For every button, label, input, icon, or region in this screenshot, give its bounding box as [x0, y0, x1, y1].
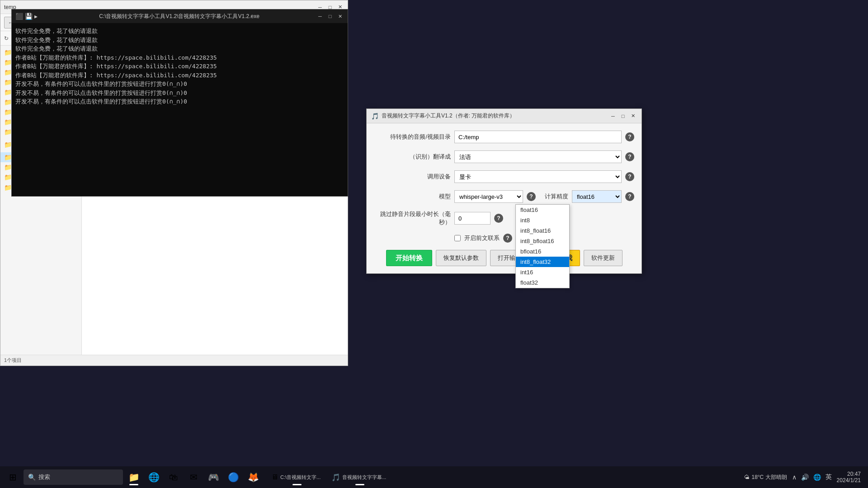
terminal-close-button[interactable]: ✕ [336, 12, 344, 20]
terminal-minimize-button[interactable]: ─ [316, 12, 324, 20]
terminal-line-7: 开发不易，有条件的可以点击软件里的打赏按钮进行打赏0(∩_∩)0 [15, 80, 344, 89]
app-titlebar: 🎵 音视频转文字字幕小工具V1.2（作者: 万能君的软件库） ─ □ ✕ [367, 109, 642, 123]
file-explorer-icon: 📁 [128, 472, 140, 483]
taskbar-running-app1[interactable]: 🖥 C:\音视频转文字... [268, 468, 326, 486]
taskbar-time: 20:47 [847, 471, 861, 477]
model-help-icon[interactable]: ? [527, 192, 536, 201]
terminal-titlebar: ⬛ 💾 ▸ C:\音视频转文字字幕小工具V1.2\音视频转文字字幕小工具V1.2… [12, 9, 348, 23]
silence-input[interactable] [454, 212, 491, 225]
running-apps: 🖥 C:\音视频转文字... 🎵 音视频转文字字幕... [268, 468, 392, 486]
silence-help-icon[interactable]: ? [494, 214, 503, 223]
folder-icon: 📁 [4, 174, 12, 181]
context-checkbox[interactable] [454, 235, 461, 241]
precision-help-icon[interactable]: ? [625, 192, 634, 201]
taskbar-item-file-explorer[interactable]: 📁 [125, 468, 143, 486]
dropdown-option-int8-float16[interactable]: int8_float16 [516, 225, 569, 236]
mail-icon: ✉ [190, 472, 198, 483]
running-app1-label: C:\音视频转文字... [278, 474, 322, 481]
weather-text: 18°C 大部晴朗 [751, 474, 787, 481]
buttons-row: 开始转换 恢复默认参数 打开输出目录 打赏我 软件更新 [374, 250, 634, 266]
dropdown-option-float32[interactable]: float32 [516, 277, 569, 288]
device-label: 调用设备 [374, 173, 451, 181]
taskbar-search[interactable]: 🔍 搜索 [24, 469, 123, 485]
translate-select[interactable]: 法语 中文 英语 [454, 150, 622, 163]
taskbar: ⊞ 🔍 搜索 📁 🌐 🛍 ✉ 🎮 🔵 🦊 [0, 466, 868, 488]
taskbar-item-store[interactable]: 🛍 [165, 468, 183, 486]
taskbar-search-icon: 🔍 [28, 474, 36, 481]
precision-label: 计算精度 [545, 192, 568, 201]
fe-status-text: 1个项目 [4, 357, 22, 364]
fe-status: 1个项目 [0, 355, 348, 366]
folder-icon: 📁 [4, 184, 12, 191]
model-label: 模型 [374, 192, 451, 201]
terminal-icon: ⬛ [15, 13, 23, 20]
taskbar-weather[interactable]: 🌤 18°C 大部晴朗 [744, 474, 787, 481]
tray-expand-icon[interactable]: ∧ [791, 474, 798, 481]
dropdown-option-int8-bfloat16[interactable]: int8_bfloat16 [516, 236, 569, 246]
terminal-title: C:\音视频转文字字幕小工具V1.2\音视频转文字字幕小工具V1.2.exe [42, 13, 316, 20]
app-minimize-button[interactable]: ─ [609, 112, 617, 120]
dropdown-option-int16[interactable]: int16 [516, 267, 569, 277]
dropdown-option-float16[interactable]: float16 [516, 205, 569, 215]
terminal-window: ⬛ 💾 ▸ C:\音视频转文字字幕小工具V1.2\音视频转文字字幕小工具V1.2… [11, 9, 348, 197]
precision-select[interactable]: float16 int8 int8_float16 int8_bfloat16 … [572, 190, 622, 203]
terminal-line-5: 作者B站【万能君的软件库】: https://space.bilibili.co… [15, 62, 344, 71]
dropdown-option-int8-float32[interactable]: int8_float32 [516, 257, 569, 267]
taskbar-item-mail[interactable]: ✉ [184, 468, 203, 486]
taskbar-time-date[interactable]: 20:47 2024/1/21 [837, 471, 861, 483]
app-title-icon: 🎵 [371, 113, 379, 120]
precision-dropdown-overlay: float16 int8 int8_float16 int8_bfloat16 … [515, 204, 570, 288]
taskbar-item-apps3[interactable]: 🦊 [244, 468, 262, 486]
directory-label: 待转换的音频/视频目录 [374, 133, 451, 141]
taskbar-running-app2[interactable]: 🎵 音视频转文字字幕... [328, 468, 392, 486]
apps3-icon: 🦊 [248, 472, 259, 483]
context-help-icon[interactable]: ? [503, 234, 512, 243]
translate-row: （识别）翻译成 法语 中文 英语 ? [374, 150, 634, 163]
start-button[interactable]: 开始转换 [386, 250, 432, 266]
folder-icon: 📁 [4, 79, 12, 86]
directory-input[interactable] [454, 131, 622, 143]
reset-button[interactable]: 恢复默认参数 [436, 250, 486, 266]
app-title: 🎵 音视频转文字字幕小工具V1.2（作者: 万能君的软件库） [371, 112, 515, 120]
folder-icon: 📁 [4, 118, 12, 126]
context-label: 开启前文联系 [464, 234, 500, 242]
fe-refresh-icon[interactable]: ↻ [4, 35, 9, 42]
folder-icon: 📁 [4, 108, 12, 116]
terminal-line-6: 作者B站【万能君的软件库】: https://space.bilibili.co… [15, 71, 344, 80]
terminal-toolbar-icons: ⬛ 💾 ▸ [15, 13, 42, 20]
silence-label: 跳过静音片段最小时长（毫秒） [374, 210, 451, 226]
start-icon: ⊞ [9, 472, 17, 483]
app-maximize-button[interactable]: □ [619, 112, 627, 120]
apps1-icon: 🎮 [208, 472, 219, 483]
device-help-icon[interactable]: ? [625, 172, 634, 181]
active-indicator [129, 484, 138, 485]
device-select[interactable]: 显卡 CPU [454, 170, 622, 183]
terminal-maximize-button[interactable]: □ [326, 12, 334, 20]
folder-icon: 📁 [4, 164, 12, 171]
model-precision-row: 模型 whisper-large-v3 whisper-large-v2 whi… [374, 190, 634, 203]
taskbar-item-apps1[interactable]: 🎮 [204, 468, 222, 486]
tray-ime-icon[interactable]: 英 [824, 473, 833, 481]
precision-dropdown-container: float16 int8 int8_float16 int8_bfloat16 … [572, 190, 622, 203]
directory-help-icon[interactable]: ? [625, 132, 634, 141]
app-close-button[interactable]: ✕ [629, 112, 637, 120]
desktop: temp ─ □ ✕ ← → ↑ 新建文件夹 ↻ 📁 [0, 0, 868, 488]
taskbar-item-edge[interactable]: 🌐 [145, 468, 163, 486]
tray-network-icon[interactable]: 🌐 [812, 474, 822, 481]
terminal-line-9: 开发不易，有条件的可以点击软件里的打赏按钮进行打赏0(∩_∩)0 [15, 97, 344, 106]
taskbar-item-apps2[interactable]: 🔵 [224, 468, 242, 486]
dropdown-option-bfloat16[interactable]: bfloat16 [516, 246, 569, 257]
update-button[interactable]: 软件更新 [584, 250, 623, 266]
translate-help-icon[interactable]: ? [625, 152, 634, 161]
dropdown-option-int8[interactable]: int8 [516, 215, 569, 225]
apps2-icon: 🔵 [228, 472, 239, 483]
tray-volume-icon[interactable]: 🔊 [800, 474, 810, 481]
taskbar-start-button[interactable]: ⊞ [4, 468, 22, 486]
running-app2-label: 音视频转文字字幕... [340, 474, 388, 481]
terminal-icon3: ▸ [34, 13, 38, 20]
context-row: 开启前文联系 ? [374, 234, 634, 243]
silence-row: 跳过静音片段最小时长（毫秒） ? [374, 210, 634, 226]
taskbar-date: 2024/1/21 [837, 477, 861, 483]
folder-icon: 📁 [4, 141, 12, 148]
model-select[interactable]: whisper-large-v3 whisper-large-v2 whispe… [454, 190, 523, 203]
